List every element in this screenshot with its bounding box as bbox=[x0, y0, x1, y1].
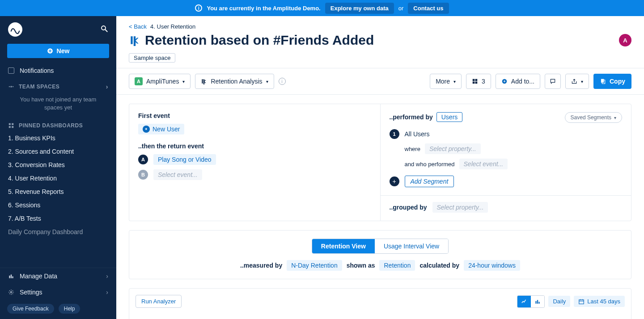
pinned-dashboards-header[interactable]: PINNED DASHBOARDS bbox=[0, 117, 116, 131]
measured-by-label: ..measured by bbox=[240, 262, 282, 269]
info-icon[interactable]: i bbox=[279, 78, 286, 85]
grouped-by-label: ..grouped by bbox=[390, 204, 427, 211]
manage-data-item[interactable]: Manage Data › bbox=[0, 268, 116, 284]
share-button[interactable]: ▾ bbox=[565, 74, 589, 89]
date-range-selector[interactable]: Last 45 days bbox=[574, 296, 625, 307]
dashboard-item[interactable]: 5. Revenue Reports bbox=[0, 185, 116, 198]
segment-1-name[interactable]: All Users bbox=[405, 130, 430, 138]
svg-rect-22 bbox=[537, 300, 538, 303]
retention-view-tab[interactable]: Retention View bbox=[312, 239, 375, 253]
svg-rect-16 bbox=[473, 82, 475, 84]
back-link[interactable]: < Back bbox=[129, 23, 147, 30]
where-property-placeholder[interactable]: Select property... bbox=[425, 143, 481, 154]
chevron-down-icon: ▾ bbox=[581, 79, 583, 84]
toolbar: A AmpliTunes ▾ Retention Analysis ▾ i Mo… bbox=[116, 68, 644, 95]
calculated-by-label: calculated by bbox=[419, 262, 459, 269]
pinned-label: PINNED DASHBOARDS bbox=[19, 122, 83, 129]
notifications-icon bbox=[8, 67, 14, 74]
dashboard-item[interactable]: 7. A/B Tests bbox=[0, 212, 116, 225]
then-label: ..then the return event bbox=[138, 143, 371, 150]
project-badge: A bbox=[135, 77, 143, 85]
svg-rect-23 bbox=[539, 302, 540, 303]
date-range-label: Last 45 days bbox=[587, 298, 620, 305]
analysis-type-selector[interactable]: Retention Analysis ▾ bbox=[195, 74, 274, 89]
project-name: AmpliTunes bbox=[146, 78, 179, 85]
dash-count: 3 bbox=[482, 78, 485, 85]
events-panel: First event ✦ New User ..then the return… bbox=[129, 104, 380, 221]
info-icon: i bbox=[195, 4, 202, 12]
event-b-placeholder[interactable]: Select event... bbox=[153, 169, 202, 180]
copy-button[interactable]: Copy bbox=[593, 74, 631, 89]
bar-chart-icon[interactable] bbox=[531, 296, 544, 307]
more-button[interactable]: More ▾ bbox=[430, 74, 462, 89]
comment-button[interactable] bbox=[545, 74, 561, 89]
saved-segments-button[interactable]: Saved Segments ▾ bbox=[565, 112, 622, 123]
first-event-chip[interactable]: ✦ New User bbox=[138, 124, 184, 134]
add-to-button[interactable]: Add to... bbox=[496, 74, 540, 89]
grouped-property-placeholder[interactable]: Select property... bbox=[432, 202, 488, 213]
svg-line-1 bbox=[105, 29, 107, 32]
logo-icon[interactable] bbox=[8, 22, 22, 37]
interval-selector[interactable]: Daily bbox=[548, 296, 570, 307]
help-button[interactable]: Help bbox=[59, 304, 80, 314]
dashboard-item[interactable]: 6. Sessions bbox=[0, 198, 116, 212]
dashboard-item[interactable]: 4. User Retention bbox=[0, 172, 116, 185]
dashboard-item[interactable]: 2. Sources and Content bbox=[0, 145, 116, 158]
dashboard-item[interactable]: 3. Conversion Rates bbox=[0, 158, 116, 172]
svg-rect-7 bbox=[12, 123, 13, 125]
avatar[interactable]: A bbox=[619, 34, 631, 46]
event-type-icon: ✦ bbox=[143, 126, 150, 133]
dashboards-count-button[interactable]: 3 bbox=[466, 74, 491, 89]
svg-rect-15 bbox=[475, 79, 478, 81]
line-chart-icon[interactable] bbox=[517, 296, 531, 307]
copy-label: Copy bbox=[610, 78, 625, 85]
explore-own-data-button[interactable]: Explore my own data bbox=[325, 3, 394, 14]
search-icon[interactable] bbox=[100, 25, 108, 34]
project-selector[interactable]: A AmpliTunes ▾ bbox=[129, 74, 191, 89]
banner-or: or bbox=[398, 5, 404, 12]
retention-chip[interactable]: Retention bbox=[379, 260, 415, 271]
add-segment-button[interactable]: Add Segment bbox=[405, 176, 454, 187]
svg-point-5 bbox=[13, 86, 13, 87]
new-button[interactable]: New bbox=[7, 44, 109, 58]
chart-section: Run Analyzer Daily Last 45 days bbox=[129, 288, 631, 319]
svg-point-4 bbox=[9, 86, 10, 87]
usage-interval-view-tab[interactable]: Usage Interval View bbox=[375, 239, 448, 253]
saved-segments-label: Saved Segments bbox=[571, 114, 611, 121]
contact-us-button[interactable]: Contact us bbox=[408, 3, 449, 14]
notifications-item[interactable]: Notifications bbox=[0, 63, 116, 78]
chevron-right-icon: › bbox=[106, 289, 108, 296]
performed-by-label: ..performed by bbox=[390, 113, 433, 121]
run-analyzer-button[interactable]: Run Analyzer bbox=[136, 295, 182, 308]
demo-banner: i You are currently in the Amplitude Dem… bbox=[0, 0, 644, 16]
space-tag[interactable]: Sample space bbox=[129, 53, 175, 63]
chart-type-toggle bbox=[517, 295, 545, 308]
users-chip[interactable]: Users bbox=[436, 112, 463, 122]
view-section: Retention View Usage Interval View ..mea… bbox=[129, 230, 631, 279]
first-event-label: First event bbox=[138, 112, 371, 119]
chevron-down-icon: ▾ bbox=[182, 79, 185, 84]
give-feedback-button[interactable]: Give Feedback bbox=[7, 304, 54, 314]
svg-rect-14 bbox=[473, 79, 475, 81]
chevron-down-icon: ▾ bbox=[614, 115, 616, 120]
event-b-badge: B bbox=[138, 170, 148, 180]
event-a-badge: A bbox=[138, 155, 148, 164]
who-event-placeholder[interactable]: Select event... bbox=[459, 159, 508, 169]
svg-rect-11 bbox=[11, 275, 12, 278]
view-toggle: Retention View Usage Interval View bbox=[312, 239, 449, 254]
team-spaces-label: TEAM SPACES bbox=[19, 84, 59, 90]
where-label: where bbox=[405, 146, 420, 152]
settings-label: Settings bbox=[20, 289, 42, 296]
notifications-label: Notifications bbox=[20, 67, 54, 74]
chevron-right-icon: › bbox=[106, 273, 108, 280]
windows-chip[interactable]: 24-hour windows bbox=[464, 260, 520, 271]
dashboard-item[interactable]: Daily Company Dashboard bbox=[0, 225, 116, 239]
settings-item[interactable]: Settings › bbox=[0, 284, 116, 300]
chevron-right-icon: › bbox=[106, 83, 108, 90]
team-spaces-header[interactable]: TEAM SPACES › bbox=[0, 78, 116, 93]
svg-rect-17 bbox=[475, 82, 478, 84]
nday-chip[interactable]: N-Day Retention bbox=[287, 260, 342, 271]
dashboard-item[interactable]: 1. Business KPIs bbox=[0, 131, 116, 145]
banner-message: You are currently in the Amplitude Demo. bbox=[207, 5, 320, 12]
event-a-chip[interactable]: Play Song or Video bbox=[153, 154, 216, 165]
